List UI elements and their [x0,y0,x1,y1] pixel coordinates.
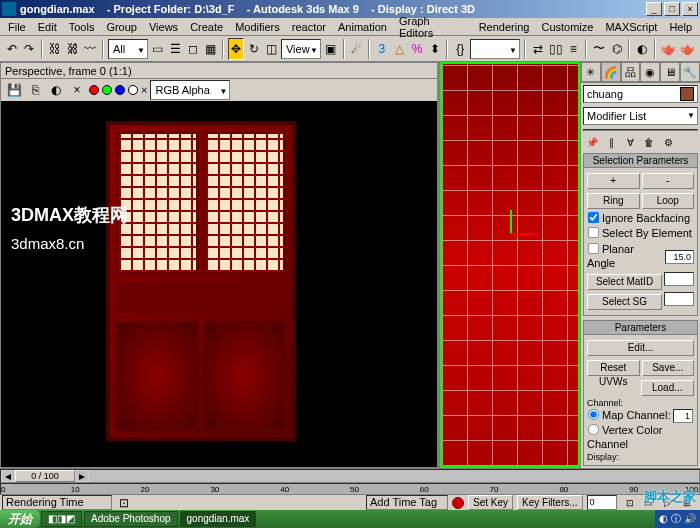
time-tag-field[interactable]: Add Time Tag [366,495,448,510]
red-channel-icon[interactable] [89,85,99,95]
menu-create[interactable]: Create [184,21,229,33]
menu-modifiers[interactable]: Modifiers [229,21,286,33]
sg-spinner[interactable] [664,292,694,306]
minus-button[interactable]: - [642,173,695,189]
create-tab[interactable]: ✳ [581,62,601,82]
rollout-header[interactable]: Parameters [584,321,697,335]
selection-filter-combo[interactable]: All [108,39,148,59]
select-by-element-checkbox[interactable]: Select By Element [587,226,694,241]
gizmo-y-axis[interactable] [510,210,512,235]
modify-tab[interactable]: 🌈 [601,62,621,82]
menu-group[interactable]: Group [100,21,143,33]
mono-channel-icon[interactable] [128,85,138,95]
planar-angle-checkbox[interactable]: Planar Angle [587,242,663,271]
material-editor-button[interactable]: ◐ [634,38,650,60]
clear-button[interactable]: × [68,81,86,99]
channel-combo[interactable]: RGB Alpha [150,80,230,100]
modifier-stack[interactable]: Unwrap UVW UVW Mapping Editable Mesh Ver… [583,129,698,131]
display-tab[interactable]: 🖥 [660,62,680,82]
edit-button[interactable]: Edit... [587,340,694,356]
unlink-button[interactable]: ⛓̸ [65,38,81,60]
layers-button[interactable]: ≡ [566,38,582,60]
prev-frame-button[interactable]: ◂ [1,470,15,482]
scale-button[interactable]: ◫ [263,38,279,60]
taskbar-photoshop[interactable]: Adobe Photoshop [84,511,178,527]
clear-icon[interactable]: × [141,84,147,96]
maximize-button[interactable]: □ [664,2,680,16]
print-button[interactable]: ◐ [47,81,65,99]
configure-sets-button[interactable]: ⚙ [659,133,677,151]
select-sg-button[interactable]: Select SG [587,294,662,310]
perspective-viewport[interactable] [440,62,580,468]
motion-tab[interactable]: ◉ [640,62,660,82]
show-result-button[interactable]: ∥ [602,133,620,151]
utilities-tab[interactable]: 🔧 [680,62,700,82]
link-button[interactable]: ⛓ [47,38,63,60]
menu-views[interactable]: Views [143,21,184,33]
time-slider[interactable]: ◂ 0 / 100 ▸ [0,469,700,483]
time-slider-thumb[interactable]: 0 / 100 [15,470,75,482]
menu-help[interactable]: Help [663,21,698,33]
use-pivot-button[interactable]: ▣ [323,38,339,60]
taskbar-3dsmax[interactable]: gongdian.max [180,511,257,527]
menu-customize[interactable]: Customize [535,21,599,33]
select-region-button[interactable]: ◻ [185,38,201,60]
bind-spacewarp-button[interactable]: 〰 [82,38,98,60]
redo-button[interactable]: ↷ [22,38,38,60]
select-by-name-button[interactable]: ☰ [167,38,183,60]
window-crossing-button[interactable]: ▦ [203,38,219,60]
schematic-view-button[interactable]: ⌬ [609,38,625,60]
menu-edit[interactable]: Edit [32,21,63,33]
map-channel-spinner[interactable]: 1 [673,409,693,423]
loop-button[interactable]: Loop [642,193,695,209]
undo-button[interactable]: ↶ [4,38,20,60]
move-button[interactable]: ✥ [228,38,244,60]
stack-unwrap-uvw[interactable]: Unwrap UVW [584,130,697,131]
zoom-extents-button[interactable]: ⊡ [621,495,639,511]
planar-angle-spinner[interactable]: 15.0 [665,250,694,264]
set-key-button[interactable]: Set Key [468,495,513,510]
ring-button[interactable]: Ring [587,193,640,209]
snap-toggle-button[interactable]: 3 [374,38,390,60]
save-image-button[interactable]: 💾 [5,81,23,99]
object-color-swatch[interactable] [680,87,694,101]
menu-tools[interactable]: Tools [63,21,101,33]
modifier-list-combo[interactable]: Modifier List [583,107,698,125]
named-sel-combo[interactable] [470,39,520,59]
blue-channel-icon[interactable] [115,85,125,95]
matid-spinner[interactable] [664,272,694,286]
next-frame-button[interactable]: ▸ [75,470,89,482]
align-button[interactable]: ▯▯ [548,38,564,60]
curve-editor-button[interactable]: 〜 [591,38,607,60]
current-frame-field[interactable]: 0 [587,495,617,510]
angle-snap-button[interactable]: △ [392,38,408,60]
menu-grapheditors[interactable]: Graph Editors [393,15,473,39]
green-channel-icon[interactable] [102,85,112,95]
menu-rendering[interactable]: Rendering [473,21,536,33]
load-uvws-button[interactable]: Load... [641,380,695,396]
manipulate-button[interactable]: ☄ [349,38,365,60]
ref-coord-combo[interactable]: View [281,39,321,59]
mirror-button[interactable]: ⇄ [530,38,546,60]
object-name-input[interactable] [587,88,677,100]
quick-render-button[interactable]: 🫖 [679,38,696,60]
rotate-button[interactable]: ↻ [246,38,262,60]
pin-stack-button[interactable]: 📌 [583,133,601,151]
minimize-button[interactable]: _ [646,2,662,16]
menu-file[interactable]: File [2,21,32,33]
vertex-color-radio[interactable]: Vertex Color Channel [587,424,663,450]
rollout-header[interactable]: Selection Parameters [584,154,697,168]
ignore-backfacing-checkbox[interactable]: Ignore Backfacing [587,211,694,226]
menu-reactor[interactable]: reactor [286,21,332,33]
percent-snap-button[interactable]: % [409,38,425,60]
key-filters-button[interactable]: Key Filters... [517,495,583,510]
move-gizmo[interactable] [505,210,535,240]
taskbar-quicklaunch[interactable]: ◧◨◩ [41,511,82,527]
relative-toggle[interactable]: ⊡ [116,495,132,510]
menu-maxscript[interactable]: MAXScript [599,21,663,33]
save-uvws-button[interactable]: Save... [642,360,695,376]
menu-animation[interactable]: Animation [332,21,393,33]
render-scene-button[interactable]: 🫖 [660,38,677,60]
system-tray[interactable]: ◐ ⓘ 🔊 [655,510,700,528]
named-sel-sets-button[interactable]: {} [452,38,468,60]
